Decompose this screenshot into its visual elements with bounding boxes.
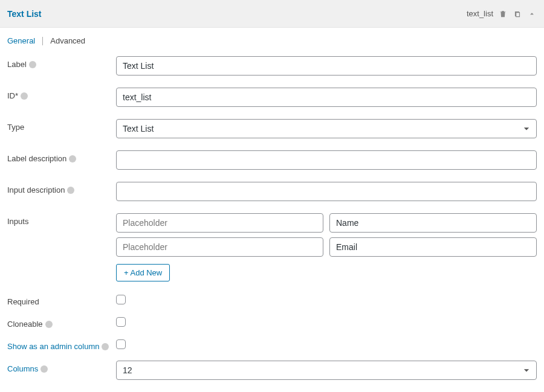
inputs-name-input[interactable] (329, 213, 537, 233)
label-id: ID* (7, 88, 116, 100)
required-checkbox[interactable] (116, 295, 126, 304)
label-label: Label (7, 56, 116, 69)
label-text: Show as an admin column (7, 342, 99, 351)
label-text: Label (7, 60, 27, 69)
label-columns[interactable]: Columns (7, 361, 116, 373)
inputs-grid: + Add New (116, 213, 537, 281)
tab-general[interactable]: General (7, 36, 35, 45)
header-slug: text_list (467, 9, 493, 18)
inputs-row (116, 237, 537, 257)
cloneable-checkbox[interactable] (116, 317, 126, 327)
label-text: ID* (7, 91, 18, 100)
label-text: Label description (7, 154, 66, 163)
label-input[interactable] (116, 56, 537, 76)
row-inputs: Inputs + Add New (7, 213, 537, 281)
help-icon[interactable] (29, 61, 36, 68)
inputs-name-input[interactable] (329, 237, 537, 257)
row-required: Required (7, 294, 537, 306)
id-input[interactable] (116, 88, 537, 107)
inputs-placeholder-input[interactable] (116, 237, 323, 257)
tab-separator (42, 37, 43, 45)
panel-title: Text List (7, 9, 42, 19)
form-body: Label ID* Type Text List Label descripti… (0, 51, 544, 392)
help-icon[interactable] (45, 321, 53, 328)
label-required: Required (7, 294, 116, 306)
label-text: Type (7, 123, 24, 132)
label-type: Type (7, 119, 116, 132)
row-admin-column: Show as an admin column (7, 338, 537, 351)
row-columns: Columns 12 (7, 361, 537, 380)
tab-advanced[interactable]: Advanced (50, 36, 85, 45)
help-icon[interactable] (21, 92, 28, 100)
label-text: Columns (7, 364, 38, 373)
collapse-icon[interactable] (527, 9, 537, 19)
help-icon[interactable] (67, 187, 74, 194)
row-input-description: Input description (7, 182, 537, 201)
duplicate-icon[interactable] (513, 9, 522, 19)
label-text: Cloneable (7, 320, 43, 329)
label-admin-column[interactable]: Show as an admin column (7, 338, 116, 351)
help-icon[interactable] (40, 365, 48, 373)
label-text: Input description (7, 185, 65, 194)
add-new-button[interactable]: + Add New (116, 264, 170, 281)
help-icon[interactable] (102, 343, 109, 350)
admin-column-checkbox[interactable] (116, 339, 126, 349)
row-id: ID* (7, 88, 537, 107)
panel-header-actions: text_list (467, 9, 537, 19)
label-input-description: Input description (7, 182, 116, 194)
help-icon[interactable] (69, 155, 76, 162)
inputs-placeholder-input[interactable] (116, 213, 323, 233)
inputs-row (116, 213, 537, 233)
label-inputs: Inputs (7, 213, 116, 226)
row-label-description: Label description (7, 150, 537, 170)
row-type: Type Text List (7, 119, 537, 138)
tabs: General Advanced (0, 28, 544, 51)
label-cloneable: Cloneable (7, 316, 116, 329)
input-description-input[interactable] (116, 182, 537, 201)
type-select[interactable]: Text List (116, 119, 537, 138)
panel-header: Text List text_list (0, 0, 544, 28)
label-text: Inputs (7, 217, 28, 226)
label-text: Required (7, 297, 39, 306)
row-label: Label (7, 56, 537, 76)
label-description-input[interactable] (116, 150, 537, 170)
label-label-description: Label description (7, 150, 116, 163)
row-cloneable: Cloneable (7, 316, 537, 329)
columns-select[interactable]: 12 (116, 361, 537, 380)
trash-icon[interactable] (498, 9, 508, 19)
